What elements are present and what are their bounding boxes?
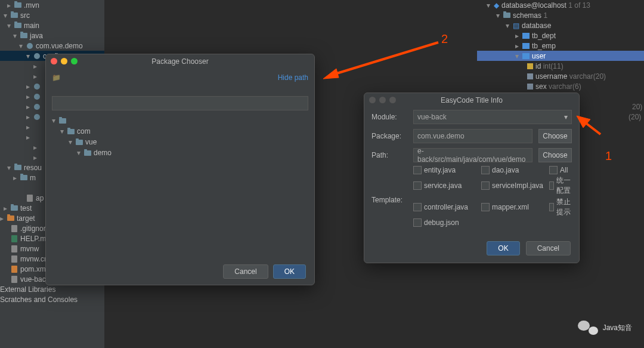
tree-item[interactable]: ▾java	[0, 30, 104, 41]
template-checkbox[interactable]: service.java	[413, 175, 479, 196]
tree-item[interactable]: ▾com.vue.demo	[0, 41, 104, 51]
hide-path-link[interactable]: Hide path	[278, 73, 308, 82]
arrow-2	[322, 41, 441, 82]
schema-icon: ▤	[513, 21, 519, 30]
template-checkbox[interactable]: 统一配置	[549, 175, 572, 196]
column-item[interactable]: sex varchar(6)	[477, 81, 644, 91]
close-icon[interactable]	[51, 58, 57, 64]
template-checkbox[interactable]: All	[549, 166, 572, 174]
template-checkbox[interactable]: serviceImpl.java	[481, 175, 547, 196]
watermark: Java知音	[578, 319, 632, 336]
template-checkbox[interactable]: dao.java	[481, 166, 547, 174]
column-item[interactable]: id int(11)	[477, 61, 644, 71]
db-icon: ◆	[494, 1, 499, 10]
template-checkbox[interactable]: controller.java	[413, 197, 479, 217]
tree-item[interactable]: ▾src	[0, 10, 104, 20]
external-libraries[interactable]: External Libraries	[0, 284, 104, 294]
ok-button[interactable]: OK	[273, 264, 306, 279]
table-item[interactable]: ▸tb_emp	[477, 41, 644, 51]
easycode-dialog: EasyCode Title Info Module: vue-back▾ Pa…	[364, 93, 580, 263]
annotation-2: 2	[441, 32, 448, 46]
dialog-title: Package Chooser	[46, 54, 314, 69]
template-label: Template:	[371, 196, 407, 204]
chevron-down-icon: ▾	[564, 113, 568, 121]
template-checkbox[interactable]: debug.json	[413, 218, 479, 227]
cancel-button[interactable]: Cancel	[223, 264, 268, 279]
table-item-selected[interactable]: ▾user	[477, 51, 644, 61]
dialog-title: EasyCode Title Info	[364, 93, 579, 107]
tree-item[interactable]: ▾main	[0, 20, 104, 30]
maximize-icon[interactable]	[71, 58, 78, 64]
package-label: Package:	[371, 132, 407, 140]
template-checkbox[interactable]: entity.java	[413, 166, 479, 174]
column-icon	[527, 73, 533, 79]
folder-icon	[503, 13, 510, 18]
package-input[interactable]: com.vue.demo	[413, 129, 532, 143]
tree-item[interactable]: ▸.mvn	[0, 0, 104, 10]
svg-line-0	[331, 42, 438, 75]
annotation-1: 1	[605, 149, 612, 163]
package-tree-item[interactable]: ▾vue	[52, 137, 308, 147]
package-tree-item[interactable]: ▾	[52, 115, 308, 126]
folder-icon: 📁	[52, 73, 61, 82]
template-checkbox[interactable]: 禁止提示	[549, 197, 572, 217]
table-item[interactable]: ▸tb_dept	[477, 30, 644, 41]
module-label: Module:	[371, 113, 407, 121]
module-select[interactable]: vue-back▾	[413, 110, 572, 124]
path-input[interactable]: e-back/src/main/java/com/vue/demo	[413, 148, 532, 162]
table-icon	[522, 43, 530, 49]
package-tree-item[interactable]: ▾demo	[52, 147, 308, 158]
cancel-button[interactable]: Cancel	[526, 241, 571, 255]
column-icon	[527, 84, 533, 90]
template-checkbox[interactable]: mapper.xml	[481, 197, 547, 217]
choose-path-button[interactable]: Choose	[538, 148, 572, 162]
arrow-1	[574, 113, 603, 137]
key-icon	[527, 63, 533, 69]
path-input[interactable]	[52, 96, 308, 110]
choose-package-button[interactable]: Choose	[538, 129, 572, 143]
minimize-icon[interactable]	[61, 58, 67, 64]
package-tree-item[interactable]: ▾com	[52, 126, 308, 137]
ok-button[interactable]: OK	[487, 241, 519, 255]
traffic-lights[interactable]	[51, 58, 78, 64]
wechat-icon	[578, 319, 598, 336]
package-chooser-dialog: Package Chooser 📁 Hide path ▾▾com▾vue▾de…	[45, 54, 315, 285]
path-label: Path:	[371, 151, 407, 159]
svg-marker-1	[323, 69, 339, 79]
scratches-consoles[interactable]: Scratches and Consoles	[0, 294, 104, 304]
column-item[interactable]: username varchar(20)	[477, 71, 644, 81]
table-icon	[522, 33, 530, 39]
table-icon	[522, 53, 530, 59]
